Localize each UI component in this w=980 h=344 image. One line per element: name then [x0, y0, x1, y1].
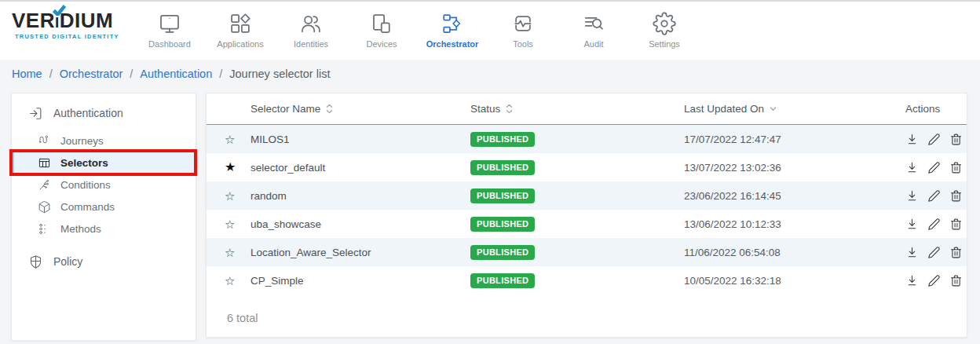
sort-desc-icon[interactable]	[770, 106, 777, 112]
updated-on-cell: 17/07/2022 12:47:47	[676, 134, 888, 145]
nav-item-label: Orchestrator	[426, 39, 479, 49]
status-badge: PUBLISHED	[470, 160, 535, 175]
table-footer: 6 total	[207, 295, 967, 324]
app-grid-icon	[229, 10, 252, 37]
column-header-status[interactable]: Status	[464, 103, 676, 115]
table-row[interactable]: ☆ CP_Simple PUBLISHED 10/05/2022 16:32:1…	[207, 266, 967, 295]
selector-name-cell: Location_Aware_Selector	[241, 247, 464, 258]
sidebar-item-label: Selectors	[60, 157, 108, 169]
nav-item-identities[interactable]: Identities	[276, 2, 346, 61]
breadcrumb-link-home[interactable]: Home	[12, 68, 42, 80]
download-button[interactable]	[905, 218, 919, 231]
breadcrumb-link-orchestrator[interactable]: Orchestrator	[60, 68, 123, 80]
nav-item-settings[interactable]: Settings	[629, 2, 700, 61]
main-nav: Dashboard Applications Identities Device…	[134, 2, 700, 61]
nav-item-applications[interactable]: Applications	[205, 2, 276, 61]
delete-button[interactable]	[949, 189, 963, 203]
audit-search-icon	[582, 10, 605, 37]
brand-wordmark: VERIDIUM	[12, 10, 119, 31]
nav-item-devices[interactable]: Devices	[346, 2, 417, 61]
sort-both-icon[interactable]	[326, 104, 333, 114]
table-row[interactable]: ☆ MILOS1 PUBLISHED 17/07/2022 12:47:47	[207, 125, 967, 153]
updated-on-cell: 10/05/2022 16:32:18	[676, 275, 888, 287]
selector-name-cell: random	[241, 190, 464, 202]
tools-pulse-icon	[511, 10, 535, 37]
brand-tagline: TRUSTED DIGITAL IDENTITY	[12, 33, 119, 40]
edit-button[interactable]	[927, 274, 941, 287]
favorite-star[interactable]: ☆	[207, 190, 241, 202]
row-actions	[888, 246, 967, 259]
selector-name-cell: uba_showcase	[241, 218, 464, 230]
row-actions	[888, 161, 967, 174]
download-button[interactable]	[905, 274, 919, 287]
monitor-icon	[158, 10, 181, 37]
delete-button[interactable]	[949, 133, 963, 146]
download-button[interactable]	[905, 189, 919, 203]
column-header-actions: Actions	[888, 103, 967, 115]
delete-button[interactable]	[949, 246, 963, 259]
table-row[interactable]: ☆ Location_Aware_Selector PUBLISHED 11/0…	[207, 238, 967, 266]
table-row[interactable]: ☆ uba_showcase PUBLISHED 13/06/2022 10:1…	[207, 210, 967, 238]
edit-button[interactable]	[927, 161, 941, 174]
journeys-route-icon	[38, 134, 51, 148]
edit-button[interactable]	[927, 218, 941, 231]
nav-item-orchestrator[interactable]: Orchestrator	[417, 2, 488, 61]
sidebar-item-conditions[interactable]: Conditions	[12, 174, 196, 196]
status-badge: PUBLISHED	[470, 217, 535, 232]
table-row[interactable]: ☆ random PUBLISHED 23/06/2022 16:14:45	[207, 181, 967, 210]
updated-on-cell: 13/07/2022 13:02:36	[676, 162, 888, 174]
row-actions	[888, 189, 967, 203]
cube-icon	[38, 200, 51, 214]
nav-item-label: Dashboard	[148, 39, 191, 49]
check-swoosh-icon	[53, 3, 66, 18]
favorite-star[interactable]: ★	[207, 161, 241, 174]
download-button[interactable]	[905, 133, 919, 146]
breadcrumb-link-authentication[interactable]: Authentication	[140, 68, 212, 80]
delete-button[interactable]	[949, 161, 963, 174]
status-badge: PUBLISHED	[470, 132, 535, 147]
nav-item-label: Settings	[649, 39, 680, 49]
table-header: Selector Name Status Last Updated On Act…	[207, 93, 967, 125]
delete-button[interactable]	[949, 274, 963, 287]
total-count: 6 total	[227, 312, 258, 324]
nav-item-dashboard[interactable]: Dashboard	[134, 2, 205, 61]
sidebar-item-label: Methods	[60, 223, 101, 235]
favorite-star[interactable]: ☆	[207, 218, 241, 230]
nav-item-label: Identities	[294, 39, 328, 49]
sidebar-item-label: Journeys	[60, 135, 104, 147]
sidebar-item-policy[interactable]: Policy	[12, 251, 196, 273]
app-window: { "brand": { "wordmark_left": "VER", "wo…	[0, 0, 980, 344]
orchestrator-flow-icon	[441, 10, 464, 37]
column-header-selector-name[interactable]: Selector Name	[241, 103, 464, 115]
favorite-star[interactable]: ☆	[207, 134, 241, 145]
sidebar-item-commands[interactable]: Commands	[12, 196, 196, 218]
column-header-last-updated[interactable]: Last Updated On	[676, 103, 888, 115]
table-row[interactable]: ★ selector_default PUBLISHED 13/07/2022 …	[207, 153, 967, 181]
edit-button[interactable]	[927, 189, 941, 203]
sidebar-item-authentication[interactable]: Authentication	[12, 102, 196, 124]
sidebar-item-selectors[interactable]: Selectors	[12, 152, 196, 174]
delete-button[interactable]	[949, 218, 963, 231]
edit-button[interactable]	[927, 246, 941, 259]
nav-item-tools[interactable]: Tools	[488, 2, 558, 61]
login-icon	[28, 106, 43, 121]
branch-icon	[38, 178, 51, 192]
favorite-star[interactable]: ☆	[207, 275, 241, 287]
sort-both-icon[interactable]	[506, 104, 513, 114]
edit-button[interactable]	[927, 133, 941, 146]
selector-name-cell: CP_Simple	[241, 275, 464, 287]
table-body: ☆ MILOS1 PUBLISHED 17/07/2022 12:47:47 ★…	[207, 125, 967, 295]
favorite-star[interactable]: ☆	[207, 247, 241, 258]
sidebar-item-label: Conditions	[60, 179, 111, 191]
devices-icon	[370, 10, 393, 37]
sidebar-item-methods[interactable]: Methods	[12, 218, 196, 240]
nav-item-label: Tools	[513, 39, 533, 49]
sidebar-item-journeys[interactable]: Journeys	[12, 130, 196, 152]
status-badge: PUBLISHED	[470, 245, 535, 260]
download-button[interactable]	[905, 161, 919, 174]
nav-item-audit[interactable]: Audit	[558, 2, 629, 61]
row-actions	[888, 218, 967, 231]
selector-name-cell: selector_default	[241, 162, 464, 174]
download-button[interactable]	[905, 246, 919, 259]
brand-logo[interactable]: VERIDIUM TRUSTED DIGITAL IDENTITY	[12, 10, 119, 40]
